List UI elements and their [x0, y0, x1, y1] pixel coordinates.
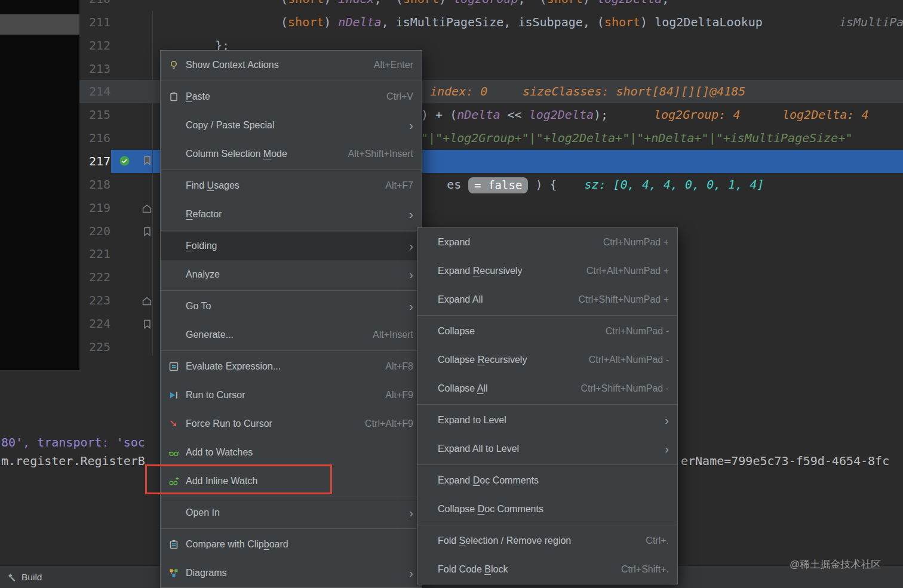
code-fragment: es: [447, 177, 468, 192]
menu-item-expand-doc-comments[interactable]: Expand Doc Comments: [417, 466, 677, 495]
submenu-arrow-icon: ›: [409, 300, 413, 312]
line-number: 223: [79, 289, 110, 312]
menu-item-expand[interactable]: ExpandCtrl+NumPad +: [417, 228, 677, 257]
console-line: erName=799e5c73-f59d-4654-8fc: [681, 452, 889, 470]
empty-icon-slot: [168, 300, 180, 312]
menu-item-add-to-watches[interactable]: Add to Watches: [161, 438, 422, 467]
debugger-inline-hint: log2Group: 4: [654, 103, 741, 127]
line-number: 217: [79, 150, 110, 173]
submenu-arrow-icon: ›: [409, 507, 413, 519]
code-fragment: ): [583, 0, 597, 6]
empty-icon-slot: [168, 119, 180, 131]
code-fragment: short: [288, 15, 324, 29]
menu-item-expand-recursively[interactable]: Expand RecursivelyCtrl+Alt+NumPad +: [417, 257, 677, 285]
home-marker-icon[interactable]: [142, 203, 152, 214]
menu-item-shortcut: Alt+F9: [385, 390, 413, 401]
code-line-215: ) + (nDelta << log2Delta);: [421, 103, 608, 127]
console-line: 80', transport: 'soc: [1, 433, 145, 451]
menu-item-analyze[interactable]: Analyze›: [161, 260, 422, 289]
menu-item-label: Refactor: [186, 209, 222, 220]
menu-item-generate[interactable]: Generate...Alt+Insert: [161, 321, 422, 349]
empty-icon-slot: [168, 148, 180, 160]
menu-item-show-context-actions[interactable]: Show Context ActionsAlt+Enter: [161, 51, 422, 79]
menu-item-copy-paste-special[interactable]: Copy / Paste Special›: [161, 111, 422, 140]
build-label: Build: [22, 572, 42, 583]
menu-item-label: Collapse Recursively: [438, 355, 527, 365]
code-fragment: (: [281, 0, 288, 6]
menu-item-expand-all-to-level[interactable]: Expand All to Level›: [417, 435, 677, 463]
line-number: 213: [79, 57, 110, 81]
build-button[interactable]: Build: [0, 572, 42, 583]
menu-separator: [161, 170, 422, 170]
menu-item-label: Copy / Paste Special: [186, 120, 275, 131]
menu-separator: [161, 81, 422, 81]
menu-item-force-run-to-cursor[interactable]: Force Run to CursorCtrl+Alt+F9: [161, 410, 422, 438]
home-marker-icon[interactable]: [142, 295, 152, 306]
code-fragment: , isMultiPageSize, isSubpage,: [382, 15, 597, 29]
ide-screen: 2102112122132142152162172182192202212222…: [0, 0, 903, 588]
empty-icon-slot: [168, 208, 180, 220]
bookmark-outline-icon[interactable]: [142, 226, 152, 237]
debugger-inline-hint: log2Delta: 4: [782, 103, 869, 127]
menu-item-label: Expand All to Level: [438, 444, 519, 454]
menu-item-fold-code-block[interactable]: Fold Code BlockCtrl+Shift+.: [417, 555, 677, 584]
code-fragment: (: [281, 15, 288, 29]
bookmark-outline-icon[interactable]: [142, 319, 152, 330]
menu-item-go-to[interactable]: Go To›: [161, 292, 422, 321]
bookmark-icon[interactable]: [142, 155, 152, 166]
code-fragment: (: [597, 15, 604, 29]
menu-item-label: Collapse: [438, 326, 475, 337]
menu-item-shortcut: Alt+F7: [385, 180, 413, 191]
menu-item-open-in[interactable]: Open In›: [161, 498, 422, 527]
menu-item-shortcut: Ctrl+.: [646, 535, 669, 546]
code-fragment: (: [396, 0, 403, 6]
menu-item-shortcut: Ctrl+NumPad -: [606, 326, 669, 337]
code-fragment: ) + (: [421, 107, 457, 122]
line-number: 214: [79, 80, 110, 103]
menu-separator: [417, 525, 677, 525]
code-fragment: <<: [500, 107, 529, 122]
menu-item-refactor[interactable]: Refactor›: [161, 200, 422, 229]
menu-item-run-to-cursor[interactable]: Run to CursorAlt+F9: [161, 381, 422, 410]
menu-item-fold-selection-remove-region[interactable]: Fold Selection / Remove regionCtrl+.: [417, 527, 677, 555]
code-fragment: short: [403, 0, 439, 6]
menu-separator: [161, 497, 422, 497]
menu-item-label: Run to Cursor: [186, 390, 245, 401]
menu-item-paste[interactable]: PasteCtrl+V: [161, 82, 422, 111]
menu-item-collapse-recursively[interactable]: Collapse RecursivelyCtrl+Alt+NumPad -: [417, 346, 677, 374]
menu-item-label: Expand: [438, 237, 470, 248]
menu-item-label: Generate...: [186, 330, 234, 340]
menu-item-column-selection-mode[interactable]: Column Selection ModeAlt+Shift+Insert: [161, 140, 422, 168]
menu-item-label: Collapse Doc Comments: [438, 504, 543, 515]
empty-icon-slot: [168, 269, 180, 281]
context-actions-icon: [168, 59, 180, 71]
menu-item-evaluate-expression[interactable]: Evaluate Expression...Alt+F8: [161, 352, 422, 381]
line-number: 222: [79, 266, 110, 289]
annotation-highlight-box: [145, 464, 332, 494]
add-watch-icon: [168, 447, 180, 458]
code-fragment: short: [288, 0, 324, 6]
diagrams-icon: [168, 567, 180, 579]
menu-item-expand-all[interactable]: Expand AllCtrl+Shift+NumPad +: [417, 285, 677, 314]
menu-item-compare-with-clipboard[interactable]: Compare with Clipboard: [161, 530, 422, 559]
menu-item-label: Show Context Actions: [186, 60, 279, 70]
debugger-inline-hint: index: 0: [430, 80, 487, 103]
menu-item-folding[interactable]: Folding›: [161, 232, 422, 260]
menu-item-collapse[interactable]: CollapseCtrl+NumPad -: [417, 317, 677, 346]
menu-item-collapse-all[interactable]: Collapse AllCtrl+Shift+NumPad -: [417, 374, 677, 403]
paste-icon: [168, 91, 180, 103]
menu-item-label: Expand Doc Comments: [438, 475, 539, 486]
menu-item-find-usages[interactable]: Find UsagesAlt+F7: [161, 171, 422, 200]
line-number: 218: [79, 173, 110, 196]
menu-separator: [161, 230, 422, 230]
code-line-210: (short) index, (short) log2Group, (short…: [281, 0, 669, 11]
menu-item-shortcut: Ctrl+NumPad +: [603, 237, 669, 248]
empty-icon-slot: [168, 329, 180, 341]
menu-separator: [417, 315, 677, 316]
code-fragment: );: [594, 107, 608, 122]
menu-item-collapse-doc-comments[interactable]: Collapse Doc Comments: [417, 495, 677, 524]
test-passed-icon[interactable]: [119, 155, 130, 166]
menu-item-diagrams[interactable]: Diagrams›: [161, 559, 422, 587]
menu-item-expand-to-level[interactable]: Expand to Level›: [417, 406, 677, 435]
menu-item-shortcut: Alt+Enter: [374, 60, 413, 70]
